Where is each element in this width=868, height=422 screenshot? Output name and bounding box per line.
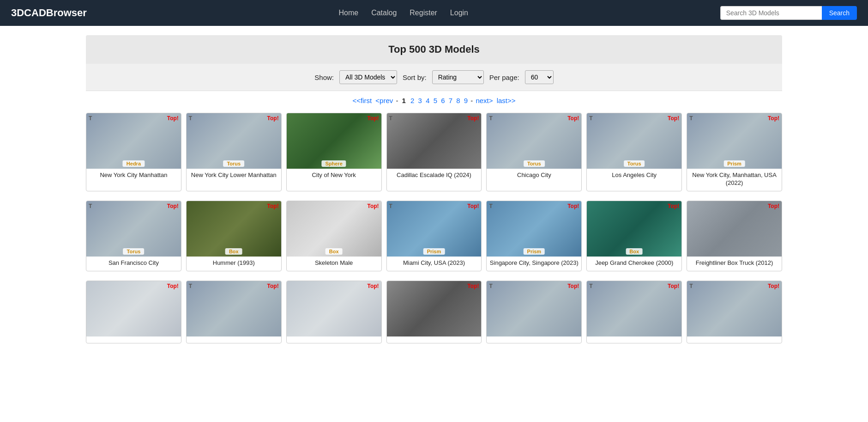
card-top-badge-singapore-city-2023: Top! — [567, 203, 579, 209]
per-page-label: Per page: — [489, 73, 519, 81]
card-corner-label-san-francisco-city: T — [89, 203, 92, 209]
main-container: Top 500 3D Models Show: All 3D Models Fr… — [78, 35, 790, 348]
model-card-freightliner-box-truck-2012[interactable]: Top!Freightliner Box Truck (2012) — [687, 201, 782, 271]
model-card-miami-city-usa-2023[interactable]: TTop!PrismMiami City, USA (2023) — [386, 201, 482, 271]
card-title-city-of-new-york: City of New York — [287, 169, 381, 183]
card-top-badge-partial-1: Top! — [167, 283, 179, 289]
card-title-cadillac-escalade: Cadillac Escalade IQ (2024) — [387, 169, 482, 183]
card-corner-label-miami-city-usa-2023: T — [389, 203, 392, 209]
card-top-badge-nyc-manhattan-usa-2022: Top! — [768, 115, 779, 122]
card-title-nyc-manhattan: New York City Manhattan — [86, 169, 181, 183]
model-card-partial-1[interactable]: Top! — [86, 281, 181, 343]
card-shape-badge-san-francisco-city: Torus — [123, 248, 145, 255]
card-corner-label-partial-2: T — [189, 283, 192, 289]
pagination: <<first <prev - 1 2 3 4 5 6 7 8 9 - next… — [86, 91, 782, 108]
card-shape-badge-nyc-manhattan-usa-2022: Prism — [723, 160, 745, 167]
pagination-page-7[interactable]: 7 — [449, 97, 452, 104]
card-corner-label-partial-7: T — [689, 283, 693, 289]
nav-links: Home Catalog Register Login — [102, 9, 705, 17]
card-title-partial-6 — [587, 336, 681, 343]
show-select[interactable]: All 3D Models Free Models Paid Models — [339, 70, 397, 84]
card-corner-label-nyc-manhattan: T — [89, 115, 92, 122]
nav-register[interactable]: Register — [410, 9, 437, 17]
card-top-badge-partial-6: Top! — [668, 283, 679, 289]
model-card-los-angeles-city[interactable]: TTop!TorusLos Angeles City — [586, 113, 682, 191]
nav-home[interactable]: Home — [338, 9, 358, 17]
card-top-badge-skeleton-male: Top! — [367, 203, 379, 209]
card-corner-label-singapore-city-2023: T — [489, 203, 492, 209]
card-title-skeleton-male: Skeleton Male — [287, 257, 381, 271]
card-title-jeep-grand-cherokee-2000: Jeep Grand Cherokee (2000) — [587, 257, 681, 271]
card-title-partial-1 — [86, 336, 181, 343]
filter-bar: Show: All 3D Models Free Models Paid Mod… — [86, 64, 782, 91]
pagination-last[interactable]: last>> — [497, 97, 516, 104]
card-shape-badge-skeleton-male: Box — [326, 248, 343, 255]
model-card-hummer-1993[interactable]: Top!BoxHummer (1993) — [186, 201, 282, 271]
model-card-partial-5[interactable]: TTop! — [486, 281, 582, 343]
card-top-badge-nyc-lower-manhattan: Top! — [267, 115, 279, 122]
card-corner-label-cadillac-escalade: T — [389, 115, 392, 122]
site-brand[interactable]: 3DCADBrowser — [11, 7, 87, 19]
search-button[interactable]: Search — [822, 6, 857, 20]
pagination-page-2[interactable]: 2 — [410, 97, 414, 104]
pagination-next[interactable]: next> — [476, 97, 493, 104]
nav-login[interactable]: Login — [450, 9, 468, 17]
model-card-cadillac-escalade[interactable]: TTop!Cadillac Escalade IQ (2024) — [386, 113, 482, 191]
model-grid-row-2: Top!TTop!Top!Top!TTop!TTop!TTop! — [86, 276, 782, 348]
search-form: Search — [720, 6, 857, 20]
pagination-first[interactable]: <<first — [352, 97, 372, 104]
pagination-current: 1 — [402, 97, 406, 104]
model-card-partial-6[interactable]: TTop! — [586, 281, 682, 343]
card-title-partial-2 — [187, 336, 281, 343]
model-card-nyc-manhattan-usa-2022[interactable]: TTop!PrismNew York City, Manhattan, USA … — [687, 113, 782, 191]
card-top-badge-city-of-new-york: Top! — [367, 115, 379, 122]
sort-select[interactable]: Rating Date Added Name — [432, 70, 484, 84]
card-top-badge-partial-3: Top! — [367, 283, 379, 289]
pagination-prev[interactable]: <prev — [375, 97, 393, 104]
card-title-los-angeles-city: Los Angeles City — [587, 169, 681, 183]
card-title-partial-3 — [287, 336, 381, 343]
model-card-san-francisco-city[interactable]: TTop!TorusSan Francisco City — [86, 201, 181, 271]
model-grid-row-0: TTop!HedraNew York City ManhattanTTop!To… — [86, 108, 782, 196]
card-corner-label-partial-6: T — [589, 283, 592, 289]
card-shape-badge-miami-city-usa-2023: Prism — [423, 248, 445, 255]
model-card-city-of-new-york[interactable]: Top!SphereCity of New York — [286, 113, 382, 191]
card-title-san-francisco-city: San Francisco City — [86, 257, 181, 271]
model-card-partial-4[interactable]: Top! — [386, 281, 482, 343]
model-card-partial-2[interactable]: TTop! — [186, 281, 282, 343]
card-top-badge-chicago-city: Top! — [567, 115, 579, 122]
nav-catalog[interactable]: Catalog — [371, 9, 397, 17]
pagination-page-3[interactable]: 3 — [418, 97, 422, 104]
card-title-chicago-city: Chicago City — [487, 169, 581, 183]
card-title-miami-city-usa-2023: Miami City, USA (2023) — [387, 257, 482, 271]
card-shape-badge-nyc-manhattan: Hedra — [123, 160, 145, 167]
card-top-badge-los-angeles-city: Top! — [668, 115, 679, 122]
pagination-page-4[interactable]: 4 — [426, 97, 429, 104]
show-label: Show: — [314, 73, 334, 81]
card-title-nyc-lower-manhattan: New York City Lower Manhattan — [187, 169, 281, 183]
pagination-page-9[interactable]: 9 — [464, 97, 468, 104]
card-title-partial-4 — [387, 336, 482, 343]
pagination-page-6[interactable]: 6 — [441, 97, 445, 104]
card-title-hummer-1993: Hummer (1993) — [187, 257, 281, 271]
page-title: Top 500 3D Models — [86, 35, 782, 64]
card-top-badge-miami-city-usa-2023: Top! — [467, 203, 479, 209]
card-shape-badge-singapore-city-2023: Prism — [524, 248, 545, 255]
per-page-select[interactable]: 60 30 120 — [525, 70, 554, 84]
model-card-partial-7[interactable]: TTop! — [687, 281, 782, 343]
model-card-singapore-city-2023[interactable]: TTop!PrismSingapore City, Singapore (202… — [486, 201, 582, 271]
model-card-jeep-grand-cherokee-2000[interactable]: Top!BoxJeep Grand Cherokee (2000) — [586, 201, 682, 271]
model-card-nyc-lower-manhattan[interactable]: TTop!TorusNew York City Lower Manhattan — [186, 113, 282, 191]
pagination-page-8[interactable]: 8 — [456, 97, 460, 104]
pagination-page-5[interactable]: 5 — [434, 97, 437, 104]
card-title-partial-5 — [487, 336, 581, 343]
card-shape-badge-jeep-grand-cherokee-2000: Box — [626, 248, 643, 255]
model-card-chicago-city[interactable]: TTop!TorusChicago City — [486, 113, 582, 191]
search-input[interactable] — [720, 6, 822, 20]
model-card-skeleton-male[interactable]: Top!BoxSkeleton Male — [286, 201, 382, 271]
model-card-nyc-manhattan[interactable]: TTop!HedraNew York City Manhattan — [86, 113, 181, 191]
card-top-badge-partial-2: Top! — [267, 283, 279, 289]
card-corner-label-chicago-city: T — [489, 115, 492, 122]
model-card-partial-3[interactable]: Top! — [286, 281, 382, 343]
card-shape-badge-chicago-city: Torus — [524, 160, 545, 167]
